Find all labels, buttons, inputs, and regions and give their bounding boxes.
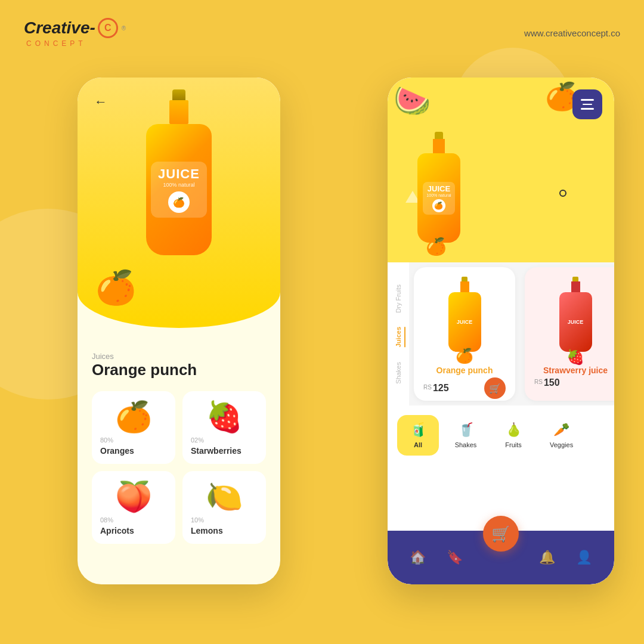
bottle-body: JUICE 100% natural 🍊: [146, 124, 212, 255]
all-label: All: [414, 441, 422, 448]
bottle-cap: [172, 89, 185, 100]
phone-left: ← JUICE 100% natural 🍊 🍊 Juices Orange p…: [78, 78, 280, 584]
brand-circle: C: [98, 18, 118, 38]
product-price-row-orange: RS 125 🛒: [423, 377, 506, 399]
menu-line-3: [581, 108, 594, 110]
ingredient-card-lemons: 🍋 10% Lemons: [182, 471, 266, 544]
orange-emoji: 🍊: [100, 400, 167, 434]
nav-notifications[interactable]: 🔔: [539, 550, 555, 565]
phone-left-header: ← JUICE 100% natural 🍊 🍊: [78, 78, 280, 328]
nav-profile[interactable]: 👤: [576, 550, 592, 565]
nav-home[interactable]: 🏠: [410, 550, 426, 565]
veggies-icon: 🥕: [553, 422, 569, 438]
fruits-icon: 🍐: [506, 422, 522, 438]
product-price-row-strawberry: RS 150: [534, 377, 614, 388]
price-rs-orange: RS: [423, 384, 432, 391]
menu-line-1: [581, 99, 594, 101]
bottle-neck: [169, 100, 188, 124]
products-area: Dry Fruits Juices Shakes JUICE 🍊: [388, 262, 614, 405]
cat-tab-all[interactable]: 🧃 All: [397, 415, 439, 456]
brand-sub: CONCEPT: [26, 39, 126, 48]
strawberry-percent: 02%: [191, 436, 204, 444]
ingredients-grid: 🍊 80% Oranges 🍓 02% Starwberries 🍑 08% A…: [92, 391, 266, 544]
add-to-cart-orange[interactable]: 🛒: [484, 377, 506, 399]
header: Creative- C ® CONCEPT www.creativeconcep…: [24, 18, 620, 48]
nav-bookmarks[interactable]: 🔖: [447, 550, 463, 565]
cat-tab-shakes[interactable]: 🥤 Shakes: [445, 415, 487, 456]
bottle-illustration-left: JUICE 100% natural 🍊: [146, 89, 212, 255]
product-name-strawberry: Strawverry juice: [543, 366, 608, 375]
cat-tab-fruits[interactable]: 🍐 Fruits: [493, 415, 534, 456]
brand-name: Creative-: [24, 18, 95, 38]
price-amount-strawberry: 150: [544, 377, 560, 388]
product-name-left: Orange punch: [92, 361, 266, 379]
side-tab-juices[interactable]: Juices: [395, 327, 402, 347]
menu-line-2: [583, 104, 592, 106]
phone-right: 🍉 🍊 ✦ ∿ JUICE 100% natural 🍊: [388, 78, 614, 584]
ingredient-card-oranges: 🍊 80% Oranges: [92, 391, 175, 464]
product-price-orange: RS 125: [423, 383, 449, 394]
header-bottle-orange: JUICE 100% natural 🍊 🍊: [417, 132, 460, 256]
apricot-name: Apricots: [100, 526, 134, 535]
cat-tab-veggies[interactable]: 🥕 Veggies: [540, 415, 583, 456]
cart-fab-icon: 🛒: [491, 525, 510, 543]
orange-percent: 80%: [100, 436, 113, 444]
bottom-nav: 🏠 🔖 🔔 👤 🛒: [388, 531, 614, 584]
profile-icon: 👤: [576, 550, 592, 565]
apricot-percent: 08%: [100, 516, 113, 524]
side-tab-dryfruits[interactable]: Dry Fruits: [395, 284, 402, 313]
product-price-strawberry: RS 150: [534, 377, 560, 388]
lemon-emoji: 🍋: [191, 479, 258, 514]
price-amount-orange: 125: [433, 383, 449, 394]
all-icon: 🧃: [410, 422, 426, 438]
strawberry-name: Starwberries: [191, 446, 242, 456]
veggies-label: Veggies: [550, 441, 573, 448]
notifications-icon: 🔔: [539, 550, 555, 565]
bottle-juice-text: JUICE: [158, 166, 200, 182]
orange-decoration: 🍊: [95, 268, 137, 307]
brand-logo: Creative- C ® CONCEPT: [24, 18, 126, 48]
side-tab-shakes[interactable]: Shakes: [395, 362, 402, 384]
home-icon: 🏠: [410, 550, 426, 565]
menu-button[interactable]: [572, 89, 602, 119]
bottle-badge: 🍊: [168, 191, 190, 213]
bottle-label: JUICE 100% natural 🍊: [151, 162, 207, 218]
product-card-orange[interactable]: JUICE 🍊 Orange punch RS 125 🛒: [414, 267, 515, 401]
fruits-label: Fruits: [505, 441, 522, 448]
cart-fab-button[interactable]: 🛒: [483, 516, 519, 552]
product-name-orange: Orange punch: [436, 366, 493, 375]
apricot-emoji: 🍑: [100, 479, 167, 514]
strawberry-bottle-visual: JUICE 🍓: [559, 277, 592, 366]
shakes-icon: 🥤: [458, 422, 474, 438]
shakes-label: Shakes: [455, 441, 477, 448]
bookmarks-icon: 🔖: [447, 550, 463, 565]
orange-bottle-visual: JUICE 🍊: [448, 277, 481, 363]
price-rs-strawberry: RS: [534, 379, 543, 385]
strawberry-emoji: 🍓: [191, 400, 258, 434]
ingredient-card-strawberries: 🍓 02% Starwberries: [182, 391, 266, 464]
lemon-name: Lemons: [191, 526, 223, 535]
back-button[interactable]: ←: [94, 94, 107, 110]
product-category-left: Juices: [92, 352, 266, 361]
orange-name: Oranges: [100, 446, 134, 456]
watermelon-deco: 🍉: [394, 83, 431, 118]
product-cards-scroll: JUICE 🍊 Orange punch RS 125 🛒: [409, 262, 614, 405]
product-card-strawberry[interactable]: JUICE 🍓 Strawverry juice RS 150: [525, 267, 614, 401]
website-url: www.creativeconcept.co: [524, 28, 620, 38]
circle-deco: [559, 190, 566, 197]
phone-left-content: Juices Orange punch 🍊 80% Oranges 🍓 02% …: [78, 328, 280, 556]
brand-registered: ®: [122, 25, 126, 32]
phone-right-header: 🍉 🍊 ✦ ∿ JUICE 100% natural 🍊: [388, 78, 614, 262]
lemon-percent: 10%: [191, 516, 204, 524]
side-tabs: Dry Fruits Juices Shakes: [388, 262, 409, 405]
category-tabs: 🧃 All 🥤 Shakes 🍐 Fruits 🥕 Veggies: [388, 405, 614, 462]
ingredient-card-apricots: 🍑 08% Apricots: [92, 471, 175, 544]
bottle-natural-text: 100% natural: [158, 182, 200, 188]
